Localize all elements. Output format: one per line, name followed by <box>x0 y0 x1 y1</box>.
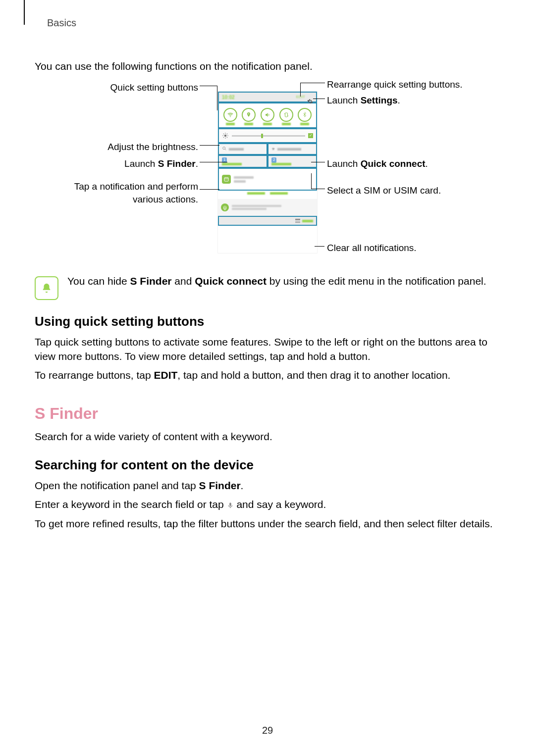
callout-sim: Select a SIM or USIM card. <box>327 184 441 197</box>
heading-searching: Searching for content on the device <box>35 456 500 474</box>
tip-row: You can hide S Finder and Quick connect … <box>35 274 500 300</box>
lead-line <box>200 162 227 162</box>
brightness-slider <box>232 135 305 137</box>
lead-line <box>311 173 312 189</box>
sound-icon <box>261 108 274 122</box>
rotation-icon <box>279 108 293 122</box>
callout-brightness: Adjust the brightness. <box>35 141 198 153</box>
lead-line <box>315 246 324 247</box>
wifi-icon <box>223 108 237 122</box>
svg-point-11 <box>223 147 225 149</box>
phone-notification <box>218 168 317 191</box>
page-spine <box>24 0 25 25</box>
lead-line <box>300 83 301 97</box>
location-icon <box>242 108 256 122</box>
brightness-icon <box>222 132 229 139</box>
phone-sfinder-row: ✳ <box>218 143 317 155</box>
phone-sim1: 1 <box>218 155 268 168</box>
phone-notif-actions <box>218 191 317 199</box>
sect3-p1: Open the notification panel and tap S Fi… <box>35 479 500 493</box>
callout-rearrange: Rearrange quick setting buttons. <box>327 78 463 91</box>
svg-line-12 <box>225 149 226 150</box>
svg-line-9 <box>223 137 224 138</box>
sect3-p3: To get more refined results, tap the fil… <box>35 517 500 531</box>
usb-icon: ψ <box>221 203 229 211</box>
tip-text: You can hide S Finder and Quick connect … <box>67 274 486 300</box>
sect2-p1: Search for a wide variety of content wit… <box>35 430 500 444</box>
callout-sfinder: Launch S Finder. <box>35 157 198 170</box>
callout-quick-buttons: Quick setting buttons <box>35 81 198 94</box>
sect3-p2: Enter a keyword in the search field or t… <box>35 498 500 511</box>
svg-rect-1 <box>285 113 287 117</box>
callout-notif: Tap a notification and perform various a… <box>35 180 198 205</box>
calendar-icon <box>222 175 231 184</box>
phone-brightness-row: ✓ <box>218 128 317 143</box>
phone-quick-settings <box>218 102 317 128</box>
sparkle-icon: ✳ <box>271 146 275 152</box>
phone-sim-row: 1 2 <box>218 155 317 168</box>
notification-panel-figure: 10:02 EDIT ✓ <box>35 78 500 266</box>
callout-quickconnect: Launch Quick connect. <box>327 157 428 170</box>
phone-notification-2: ψ <box>218 199 317 216</box>
mic-icon <box>227 501 234 510</box>
sect1-p1: Tap quick setting buttons to activate so… <box>35 335 500 363</box>
svg-point-2 <box>224 135 227 137</box>
phone-statusbar: 10:02 EDIT <box>218 92 317 102</box>
lead-line <box>300 83 325 83</box>
lead-line <box>313 99 325 99</box>
svg-point-0 <box>230 116 231 117</box>
lead-line <box>217 86 217 110</box>
heading-sfinder: S Finder <box>35 403 500 424</box>
phone-clear-bar <box>218 216 317 226</box>
intro-text: You can use the following functions on t… <box>35 59 500 73</box>
svg-line-7 <box>223 134 224 134</box>
svg-line-8 <box>227 137 227 138</box>
page-number: 29 <box>0 724 535 737</box>
lead-line <box>200 189 219 190</box>
gear-icon <box>307 94 313 100</box>
lead-line <box>311 162 325 162</box>
callout-clear: Clear all notifications. <box>327 242 417 254</box>
lead-line <box>200 86 217 86</box>
heading-quick-setting: Using quick setting buttons <box>35 313 500 330</box>
search-icon <box>222 146 227 152</box>
svg-line-10 <box>227 134 227 134</box>
stack-icon <box>295 219 300 223</box>
bell-icon <box>35 276 58 300</box>
sect1-p2: To rearrange buttons, tap EDIT, tap and … <box>35 368 500 382</box>
status-time: 10:02 <box>222 94 235 101</box>
breadcrumb: Basics <box>47 16 76 30</box>
page-content: You can use the following functions on t… <box>35 54 500 536</box>
phone-sfinder-cell <box>218 143 268 155</box>
auto-brightness-check: ✓ <box>308 133 313 138</box>
callout-settings: Launch Settings. <box>327 94 400 107</box>
svg-rect-13 <box>224 178 228 182</box>
phone-quickconnect-cell: ✳ <box>268 143 317 155</box>
lead-line <box>200 145 219 146</box>
bluetooth-icon <box>298 108 312 122</box>
phone-sim2: 2 <box>268 155 317 168</box>
lead-line <box>311 189 325 189</box>
phone-mock: 10:02 EDIT ✓ <box>218 92 317 253</box>
